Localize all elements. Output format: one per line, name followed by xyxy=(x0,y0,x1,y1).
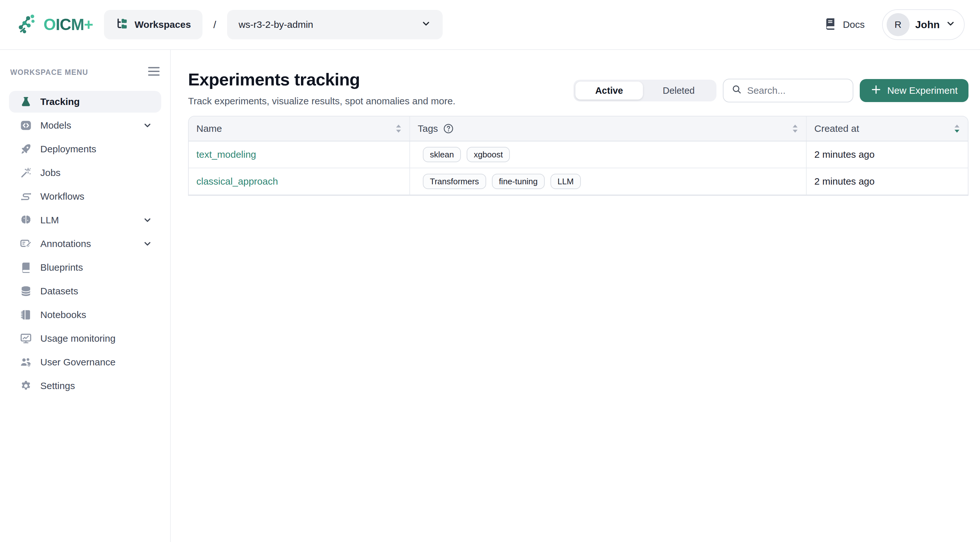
workspace-selector[interactable]: ws-r3-2-by-admin xyxy=(227,10,443,39)
list-controls: ActiveDeleted New Experiment xyxy=(573,73,969,107)
tag-pill: Transformers xyxy=(423,174,486,189)
column-label: Created at xyxy=(815,123,859,134)
sidebar-item-deployments[interactable]: Deployments xyxy=(9,138,161,160)
sidebar-item-datasets[interactable]: Datasets xyxy=(9,280,161,302)
new-experiment-button[interactable]: New Experiment xyxy=(860,79,969,102)
sidebar-item-usage-monitoring[interactable]: Usage monitoring xyxy=(9,328,161,349)
plus-icon xyxy=(870,84,881,97)
table-body: text_modelingskleanxgboost2 minutes agoc… xyxy=(189,142,968,195)
user-menu[interactable]: R John xyxy=(882,9,965,40)
chevron-down-icon xyxy=(421,19,431,31)
sidebar-item-label: Models xyxy=(40,120,143,131)
search-icon xyxy=(731,84,742,97)
sidebar-item-label: Datasets xyxy=(40,286,152,297)
sidebar-item-blueprints[interactable]: Blueprints xyxy=(9,257,161,278)
sidebar-item-label: Tracking xyxy=(40,96,152,107)
chevron-down-icon xyxy=(143,239,152,249)
tags-cell: Transformersfine-tuningLLM xyxy=(410,168,807,194)
sort-icon[interactable] xyxy=(395,124,402,134)
database-icon xyxy=(20,285,32,297)
tags-cell: skleanxgboost xyxy=(410,142,807,167)
users-icon xyxy=(20,356,32,368)
new-experiment-label: New Experiment xyxy=(887,85,958,96)
logo-wordmark: OICM+ xyxy=(43,15,93,34)
workspaces-button[interactable]: Workspaces xyxy=(104,10,202,39)
workspace-name: ws-r3-2-by-admin xyxy=(239,19,313,30)
hamburger-menu-icon xyxy=(148,67,160,78)
main-content: Experiments tracking Track experiments, … xyxy=(171,50,980,542)
sidebar-item-models[interactable]: Models xyxy=(9,115,161,136)
column-header-tags[interactable]: Tags xyxy=(410,116,807,141)
sidebar-item-label: LLM xyxy=(40,215,143,226)
column-header-name[interactable]: Name xyxy=(189,116,410,141)
sidebar-header: WORKSPACE MENU xyxy=(9,67,161,78)
sidebar-item-user-governance[interactable]: User Governance xyxy=(9,351,161,373)
chevron-down-icon xyxy=(143,121,152,130)
sidebar-item-annotations[interactable]: Annotations xyxy=(9,233,161,255)
chevron-down-icon xyxy=(143,215,152,225)
sort-icon[interactable] xyxy=(954,124,960,134)
sidebar-collapse-button[interactable] xyxy=(148,67,160,78)
docs-link[interactable]: Docs xyxy=(824,17,864,33)
created-at-cell: 2 minutes ago xyxy=(807,168,968,194)
sidebar-item-label: Annotations xyxy=(40,238,143,249)
blueprint-icon xyxy=(20,261,32,274)
workspaces-label: Workspaces xyxy=(135,19,191,30)
chevron-down-icon xyxy=(945,19,956,31)
sidebar-item-workflows[interactable]: Workflows xyxy=(9,186,161,207)
sidebar-item-label: Usage monitoring xyxy=(40,333,152,344)
column-label: Name xyxy=(196,123,222,134)
page-head: Experiments tracking Track experiments, … xyxy=(188,69,969,107)
notebook-icon xyxy=(20,309,32,321)
wand-icon xyxy=(20,167,32,179)
sidebar-item-notebooks[interactable]: Notebooks xyxy=(9,304,161,326)
app-logo[interactable]: OICM+ xyxy=(15,11,93,38)
avatar: R xyxy=(887,13,910,36)
sidebar-item-label: Deployments xyxy=(40,143,152,155)
help-icon[interactable] xyxy=(443,123,454,134)
experiment-link[interactable]: classical_approach xyxy=(196,176,278,187)
experiment-link[interactable]: text_modeling xyxy=(196,149,256,160)
sidebar-item-label: Jobs xyxy=(40,167,152,178)
filter-tab-active[interactable]: Active xyxy=(575,81,643,99)
tag-pill: xgboost xyxy=(467,147,510,162)
table-row[interactable]: classical_approachTransformersfine-tunin… xyxy=(189,168,968,195)
experiments-table: NameTagsCreated at text_modelingskleanxg… xyxy=(188,116,969,196)
name-cell: classical_approach xyxy=(189,168,410,194)
sidebar-item-jobs[interactable]: Jobs xyxy=(9,162,161,184)
tag-pill: sklean xyxy=(423,147,461,162)
docs-label: Docs xyxy=(843,19,864,30)
sidebar-item-settings[interactable]: Settings xyxy=(9,375,161,397)
created-at-cell: 2 minutes ago xyxy=(807,142,968,167)
search-box[interactable] xyxy=(723,79,853,102)
workflow-icon xyxy=(20,190,32,202)
page-title: Experiments tracking xyxy=(188,69,455,90)
column-header-created-at[interactable]: Created at xyxy=(807,116,968,141)
workspaces-icon xyxy=(116,17,128,32)
filter-tab-deleted[interactable]: Deleted xyxy=(643,81,714,99)
rocket-icon xyxy=(20,143,32,155)
monitor-icon xyxy=(20,332,32,344)
created-at-value: 2 minutes ago xyxy=(815,149,875,160)
user-name: John xyxy=(915,19,940,31)
table-row[interactable]: text_modelingskleanxgboost2 minutes ago xyxy=(189,142,968,168)
tag-pill: fine-tuning xyxy=(492,174,545,189)
logo-icon xyxy=(15,11,40,38)
table-header-row: NameTagsCreated at xyxy=(189,116,968,142)
status-filter-toggle: ActiveDeleted xyxy=(573,80,716,101)
flask-icon xyxy=(20,96,32,108)
workspace-menu-label: WORKSPACE MENU xyxy=(10,68,88,77)
page-title-block: Experiments tracking Track experiments, … xyxy=(188,69,455,107)
sidebar-item-label: Notebooks xyxy=(40,309,152,320)
code-icon xyxy=(20,120,32,131)
sort-icon[interactable] xyxy=(792,124,798,134)
brain-icon xyxy=(20,214,32,226)
tag-pill: LLM xyxy=(550,174,581,189)
sidebar-item-llm[interactable]: LLM xyxy=(9,209,161,231)
sidebar-item-tracking[interactable]: Tracking xyxy=(9,91,161,113)
page-subtitle: Track experiments, visualize results, sp… xyxy=(188,95,455,107)
app-window: OICM+ Workspaces / ws-r3-2-by-admin xyxy=(0,0,980,542)
search-input[interactable] xyxy=(747,85,837,96)
gear-icon xyxy=(20,380,32,392)
sidebar-item-label: Blueprints xyxy=(40,262,152,273)
